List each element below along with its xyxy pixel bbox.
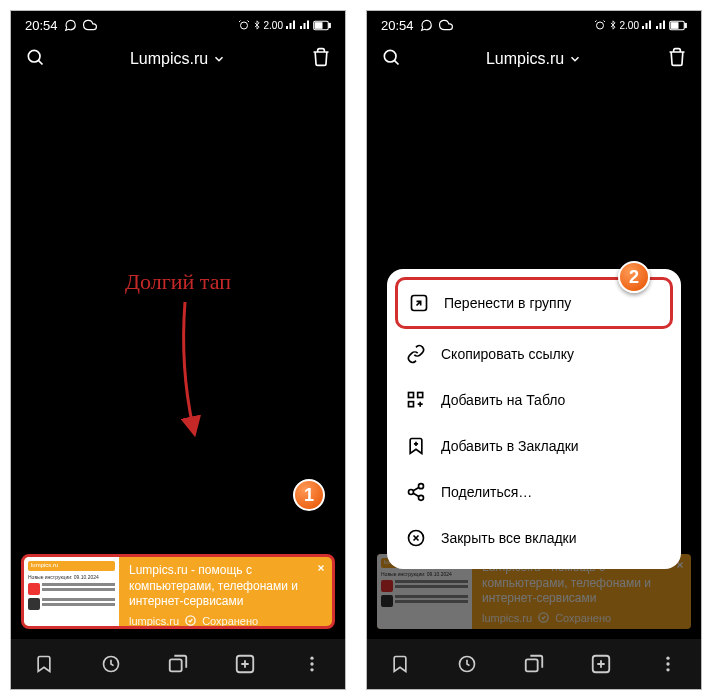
search-icon [381, 47, 401, 67]
whatsapp-icon [420, 19, 433, 32]
annotation-long-tap: Долгий тап [11, 269, 345, 295]
tabs-area: Долгий тап 1 lumpics.ru Новые инструкции… [11, 79, 345, 639]
check-icon [185, 615, 196, 626]
grid-plus-icon [405, 389, 427, 411]
more-vertical-icon [302, 654, 322, 674]
phone-left: 20:54 2.00 Lumpics.ru Долгий тап 1 [10, 10, 346, 690]
menu-close-all[interactable]: Закрыть все вкладки [395, 515, 673, 561]
new-tab-button[interactable] [230, 649, 260, 679]
tab-title: Lumpics.ru - помощь с компьютерами, теле… [129, 563, 322, 610]
search-button[interactable] [25, 47, 45, 71]
move-icon [408, 292, 430, 314]
signal-icon [641, 19, 653, 31]
tab-group-selector[interactable]: Lumpics.ru [130, 50, 226, 68]
bottom-bar [11, 639, 345, 689]
menu-move-to-group[interactable]: 2 Перенести в группу [395, 277, 673, 329]
menu-label: Добавить на Табло [441, 392, 565, 408]
svg-rect-2 [329, 23, 330, 27]
menu-copy-link[interactable]: Скопировать ссылку [395, 331, 673, 377]
search-button[interactable] [381, 47, 401, 71]
svg-rect-14 [685, 23, 686, 27]
svg-rect-15 [671, 22, 678, 28]
tabs-area: 2 Перенести в группу Скопировать ссылку … [367, 79, 701, 639]
signal-icon-2 [655, 19, 667, 31]
svg-point-30 [666, 662, 669, 665]
top-bar: Lumpics.ru [367, 39, 701, 79]
svg-point-12 [596, 22, 603, 29]
menu-label: Добавить в Закладки [441, 438, 579, 454]
tab-thumbnail: lumpics.ru Новые инструкции: 09.10.2024 [24, 557, 119, 626]
menu-add-bookmark[interactable]: Добавить в Закладки [395, 423, 673, 469]
top-bar: Lumpics.ru [11, 39, 345, 79]
close-icon [316, 563, 326, 573]
tab-status: Сохранено [202, 615, 258, 627]
status-bar: 20:54 2.00 [367, 11, 701, 39]
more-vertical-icon [658, 654, 678, 674]
clock-icon [457, 654, 477, 674]
status-time: 20:54 [25, 18, 58, 33]
more-button[interactable] [297, 649, 327, 679]
svg-point-4 [28, 50, 40, 62]
tab-card[interactable]: lumpics.ru Новые инструкции: 09.10.2024 … [21, 554, 335, 629]
tabs-button[interactable] [163, 649, 193, 679]
svg-rect-27 [526, 659, 538, 671]
menu-label: Закрыть все вкладки [441, 530, 577, 546]
signal-icon [285, 19, 297, 31]
svg-point-22 [409, 490, 414, 495]
bluetooth-icon [608, 19, 618, 31]
tabs-icon [523, 653, 545, 675]
battery-icon [313, 20, 331, 31]
bookmark-icon [390, 654, 410, 674]
menu-label: Поделиться… [441, 484, 532, 500]
check-icon [538, 612, 549, 623]
status-time: 20:54 [381, 18, 414, 33]
more-button[interactable] [653, 649, 683, 679]
trash-icon [311, 47, 331, 67]
svg-point-16 [384, 50, 396, 62]
search-icon [25, 47, 45, 67]
svg-rect-19 [418, 393, 423, 398]
annotation-badge-2: 2 [618, 261, 650, 293]
svg-point-9 [310, 657, 313, 660]
svg-rect-3 [315, 22, 322, 28]
chevron-down-icon [212, 52, 226, 66]
history-button[interactable] [452, 649, 482, 679]
svg-point-21 [419, 484, 424, 489]
link-icon [405, 343, 427, 365]
menu-add-tableau[interactable]: Добавить на Табло [395, 377, 673, 423]
cloud-icon [83, 18, 97, 32]
menu-share[interactable]: Поделиться… [395, 469, 673, 515]
page-title: Lumpics.ru [130, 50, 208, 68]
bluetooth-icon [252, 19, 262, 31]
status-bar: 20:54 2.00 [11, 11, 345, 39]
close-tab-button[interactable] [313, 560, 329, 576]
delete-button[interactable] [667, 47, 687, 71]
bookmarks-button[interactable] [29, 649, 59, 679]
annotation-badge-1: 1 [293, 479, 325, 511]
chevron-down-icon [568, 52, 582, 66]
tab-status: Сохранено [555, 612, 611, 624]
phone-right: 20:54 2.00 Lumpics.ru 2 [366, 10, 702, 690]
net-speed: 2.00 [264, 20, 283, 31]
svg-point-0 [240, 22, 247, 29]
tabs-icon [167, 653, 189, 675]
new-tab-button[interactable] [586, 649, 616, 679]
close-circle-icon [405, 527, 427, 549]
delete-button[interactable] [311, 47, 331, 71]
svg-rect-20 [409, 402, 414, 407]
context-menu: 2 Перенести в группу Скопировать ссылку … [387, 269, 681, 569]
share-icon [405, 481, 427, 503]
svg-point-29 [666, 657, 669, 660]
menu-label: Перенести в группу [444, 295, 571, 311]
tab-group-selector[interactable]: Lumpics.ru [486, 50, 582, 68]
bookmarks-button[interactable] [385, 649, 415, 679]
bookmark-icon [34, 654, 54, 674]
history-button[interactable] [96, 649, 126, 679]
svg-point-10 [310, 662, 313, 665]
plus-square-icon [234, 653, 256, 675]
menu-label: Скопировать ссылку [441, 346, 574, 362]
battery-icon [669, 20, 687, 31]
tabs-button[interactable] [519, 649, 549, 679]
trash-icon [667, 47, 687, 67]
cloud-icon [439, 18, 453, 32]
